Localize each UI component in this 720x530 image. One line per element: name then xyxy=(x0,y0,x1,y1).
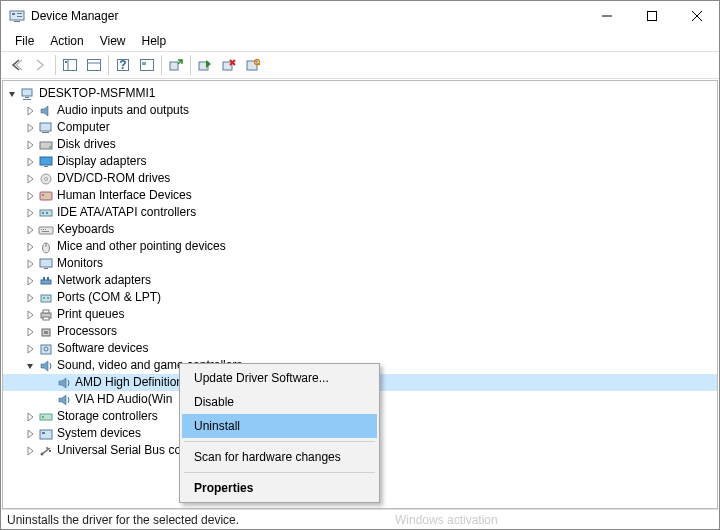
svg-point-36 xyxy=(45,177,48,180)
svg-rect-34 xyxy=(44,166,48,167)
expand-arrow-icon[interactable] xyxy=(25,122,37,134)
tree-category[interactable]: Display adapters xyxy=(3,153,717,170)
tree-category[interactable]: DVD/CD-ROM drives xyxy=(3,170,717,187)
svg-line-25 xyxy=(259,64,261,66)
tree-category[interactable]: IDE ATA/ATAPI controllers xyxy=(3,204,717,221)
svg-rect-71 xyxy=(49,450,51,452)
enable-device-icon[interactable] xyxy=(193,54,217,76)
menu-item-uninstall[interactable]: Uninstall xyxy=(182,414,377,438)
update-driver-icon[interactable] xyxy=(164,54,188,76)
kbd-icon xyxy=(38,222,54,238)
tree-item-label: Network adapters xyxy=(57,272,151,289)
back-button[interactable] xyxy=(5,54,29,76)
status-ghost-text: Windows activation xyxy=(395,513,498,527)
svg-rect-29 xyxy=(40,123,51,131)
svg-text:?: ? xyxy=(119,58,126,72)
menu-action[interactable]: Action xyxy=(42,32,91,50)
tree-category[interactable]: Print queues xyxy=(3,306,717,323)
expand-arrow-icon[interactable] xyxy=(25,292,37,304)
expand-arrow-icon[interactable] xyxy=(25,428,37,440)
menu-item-disable[interactable]: Disable xyxy=(182,390,377,414)
tree-category[interactable]: Ports (COM & LPT) xyxy=(3,289,717,306)
forward-button[interactable] xyxy=(29,54,53,76)
close-button[interactable] xyxy=(674,1,719,31)
expand-arrow-icon[interactable] xyxy=(25,241,37,253)
maximize-button[interactable] xyxy=(629,1,674,31)
mouse-icon xyxy=(38,239,54,255)
minimize-button[interactable] xyxy=(584,1,629,31)
svg-rect-51 xyxy=(41,280,51,284)
tree-item-label: Mice and other pointing devices xyxy=(57,238,226,255)
tree-category[interactable]: Software devices xyxy=(3,340,717,357)
tree-item-label: System devices xyxy=(57,425,141,442)
svg-rect-66 xyxy=(40,430,52,439)
expand-arrow-icon[interactable] xyxy=(25,445,37,457)
menu-item-update-driver[interactable]: Update Driver Software... xyxy=(182,366,377,390)
expand-arrow-icon[interactable] xyxy=(25,156,37,168)
tree-category[interactable]: Human Interface Devices xyxy=(3,187,717,204)
arrow-spacer xyxy=(43,377,55,389)
svg-rect-0 xyxy=(10,11,24,20)
toolbar-icon[interactable] xyxy=(135,54,159,76)
svg-rect-33 xyxy=(40,157,52,165)
menu-separator xyxy=(184,441,375,442)
tree-category[interactable]: Monitors xyxy=(3,255,717,272)
menu-help[interactable]: Help xyxy=(134,32,175,50)
expand-arrow-icon[interactable] xyxy=(25,173,37,185)
expand-arrow-icon[interactable] xyxy=(25,190,37,202)
expand-arrow-icon[interactable] xyxy=(25,207,37,219)
window-controls xyxy=(584,1,719,31)
svg-rect-1 xyxy=(12,13,15,15)
uninstall-device-icon[interactable] xyxy=(217,54,241,76)
expand-arrow-icon[interactable] xyxy=(25,326,37,338)
tree-category[interactable]: Keyboards xyxy=(3,221,717,238)
expand-arrow-icon[interactable] xyxy=(25,258,37,270)
computer-icon xyxy=(38,120,54,136)
menu-view[interactable]: View xyxy=(92,32,134,50)
expand-arrow-icon[interactable] xyxy=(25,139,37,151)
tree-category[interactable]: Computer xyxy=(3,119,717,136)
tree-item-label: Human Interface Devices xyxy=(57,187,192,204)
expand-arrow-icon[interactable] xyxy=(25,275,37,287)
tree-item-label: Software devices xyxy=(57,340,148,357)
svg-rect-2 xyxy=(17,13,22,14)
menu-item-properties[interactable]: Properties xyxy=(182,476,377,500)
svg-rect-62 xyxy=(41,345,51,354)
tree-category[interactable]: Network adapters xyxy=(3,272,717,289)
hid-icon xyxy=(38,188,54,204)
svg-rect-53 xyxy=(47,277,49,280)
menu-item-scan-hardware[interactable]: Scan for hardware changes xyxy=(182,445,377,469)
show-hide-tree-button[interactable] xyxy=(58,54,82,76)
expand-arrow-icon[interactable] xyxy=(25,411,37,423)
menu-file[interactable]: File xyxy=(7,32,42,50)
svg-rect-18 xyxy=(170,62,178,70)
menu-separator xyxy=(184,472,375,473)
toolbar-icon[interactable] xyxy=(82,54,106,76)
svg-rect-41 xyxy=(46,212,48,214)
storage-icon xyxy=(38,409,54,425)
tree-category[interactable]: Audio inputs and outputs xyxy=(3,102,717,119)
tree-category[interactable]: Processors xyxy=(3,323,717,340)
tree-root[interactable]: DESKTOP-MSFMMI1 xyxy=(3,85,717,102)
tree-item-label: Print queues xyxy=(57,306,124,323)
svg-rect-65 xyxy=(42,416,44,418)
tree-item-label: Keyboards xyxy=(57,221,114,238)
tree-category[interactable]: Disk drives xyxy=(3,136,717,153)
expand-arrow-icon[interactable] xyxy=(25,343,37,355)
display-icon xyxy=(38,154,54,170)
status-text: Uninstalls the driver for the selected d… xyxy=(7,513,239,527)
svg-rect-50 xyxy=(44,268,48,269)
svg-rect-46 xyxy=(42,231,49,232)
svg-rect-64 xyxy=(40,414,52,420)
help-button[interactable]: ? xyxy=(111,54,135,76)
expand-arrow-icon[interactable] xyxy=(25,309,37,321)
expand-arrow-icon[interactable] xyxy=(25,105,37,117)
collapse-arrow-icon[interactable] xyxy=(7,88,19,100)
context-menu: Update Driver Software... Disable Uninst… xyxy=(179,363,380,503)
svg-rect-27 xyxy=(25,97,29,98)
scan-hardware-icon[interactable] xyxy=(241,54,265,76)
collapse-arrow-icon[interactable] xyxy=(25,360,37,372)
tree-item-label: Monitors xyxy=(57,255,103,272)
tree-category[interactable]: Mice and other pointing devices xyxy=(3,238,717,255)
expand-arrow-icon[interactable] xyxy=(25,224,37,236)
